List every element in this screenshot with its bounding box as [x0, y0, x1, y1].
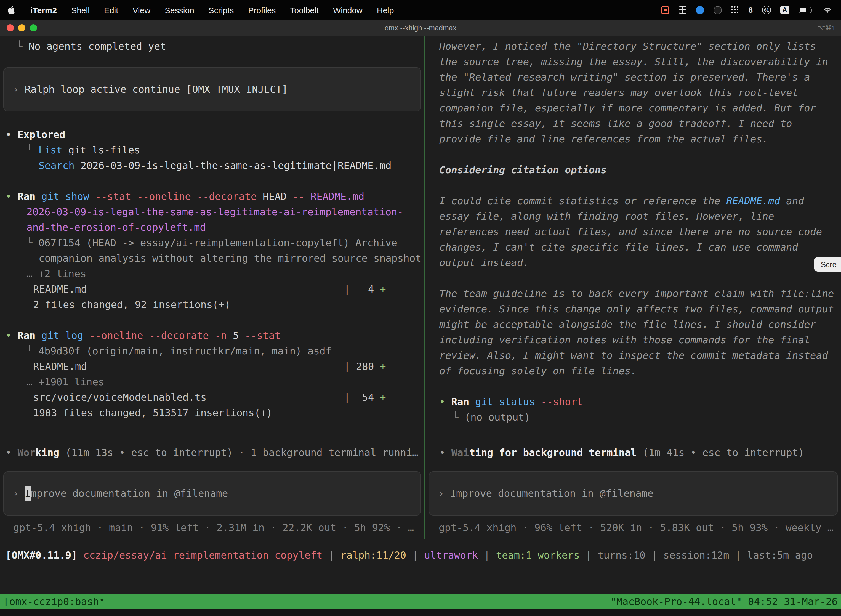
explored-header-line: • Explored	[0, 127, 424, 142]
ralph-inject-banner: › Ralph loop active continue [OMX_TMUX_I…	[3, 67, 421, 111]
thinking-line: changes, I can't cite specific file line…	[425, 239, 841, 255]
dots-grid-icon[interactable]	[731, 6, 739, 14]
screen-share-edge-button[interactable]: Scre	[814, 257, 841, 271]
tmux-session-window: [omx-cczip0:bash*	[3, 594, 105, 609]
window-title: omx --xhigh --madmax	[385, 24, 456, 32]
git-show-filename-line1: 2026-03-09-is-legal-the-same-as-legitima…	[0, 204, 424, 220]
thinking-line: However, I noticed the "Directory Struct…	[425, 39, 841, 54]
thinking-line: I could cite commit statistics or refere…	[425, 193, 841, 209]
tmux-status-bar: [omx-cczip0:bash* "MacBook-Pro-44.local"…	[0, 594, 841, 609]
omx-last-activity: last:5m ago	[747, 549, 813, 561]
battery-percent-icon[interactable]: 61	[762, 6, 771, 14]
right-pane: However, I noticed the "Directory Struct…	[425, 37, 841, 539]
menu-item-window[interactable]: Window	[333, 5, 363, 15]
bullet: •	[6, 191, 18, 202]
left-pane-footer: • Working (11m 13s • esc to interrupt) ·…	[0, 445, 424, 535]
battery-fill	[800, 8, 806, 12]
separator: |	[580, 549, 598, 561]
menu-item-session[interactable]: Session	[165, 5, 194, 15]
bullet: •	[6, 330, 18, 341]
explored-search-line: Search 2026-03-09-is-legal-the-same-as-l…	[0, 158, 424, 173]
thinking-line: references need actual files, and since …	[425, 224, 841, 239]
apple-menu-icon[interactable]	[8, 5, 16, 15]
window-shortcut-badge: ⌥⌘1	[818, 24, 835, 32]
menu-item-help[interactable]: Help	[377, 5, 394, 15]
separator: |	[322, 549, 340, 561]
agents-note-line: └ No agents completed yet	[0, 39, 424, 54]
git-log-stat-line1: README.md | 280 +	[0, 359, 424, 374]
thinking-line: this single essay, it seems like a good …	[425, 116, 841, 131]
menu-item-toolbelt[interactable]: Toolbelt	[290, 5, 319, 15]
thinking-line: The team guideline is to back every impo…	[425, 286, 841, 301]
thinking-line: slight risk that future readers may over…	[425, 85, 841, 100]
menu-bar-status-icons: 8 61 A	[661, 6, 832, 14]
menu-item-edit[interactable]: Edit	[104, 5, 119, 15]
blank-line	[0, 312, 424, 328]
bullet: •	[6, 129, 18, 140]
menu-item-view[interactable]: View	[133, 5, 151, 15]
blank-line	[425, 378, 841, 394]
omx-team-workers: team:1 workers	[496, 549, 579, 561]
display-grid-icon[interactable]	[679, 6, 687, 14]
separator: |	[645, 549, 663, 561]
separator: |	[406, 549, 424, 561]
menu-item-shell[interactable]: Shell	[71, 5, 90, 15]
prompt-chevron: ›	[13, 82, 25, 97]
bottom-strip	[0, 609, 841, 616]
menu-item-iterm2[interactable]: iTerm2	[30, 5, 57, 15]
thinking-line: evidence. Since this change only affects…	[425, 301, 841, 317]
thinking-line: output instead.	[425, 255, 841, 270]
git-show-more-lines: … +2 lines	[0, 266, 424, 282]
thinking-line: might be acceptable alongside the file l…	[425, 317, 841, 332]
thinking-line: companion file, especially if more comme…	[425, 100, 841, 116]
keypad-icon[interactable]: 8	[748, 6, 753, 14]
separator: |	[478, 549, 496, 561]
git-show-stat-summary: 2 files changed, 92 insertions(+)	[0, 297, 424, 312]
working-status-line: • Working (11m 13s • esc to interrupt) ·…	[0, 445, 424, 461]
right-pane-footer: • Waiting for background terminal (1m 41…	[425, 445, 841, 535]
omx-ralph-counter: ralph:11/20	[340, 549, 406, 561]
ran-git-status-line: • Ran git status --short	[425, 394, 841, 409]
blank-line	[425, 270, 841, 286]
omx-turns: turns:10	[598, 549, 645, 561]
right-model-status-line: gpt-5.4 xhigh · 96% left · 520K in · 5.8…	[425, 520, 841, 535]
waiting-status-line: • Waiting for background terminal (1m 41…	[425, 445, 841, 461]
git-show-filename-line2: and-the-erosion-of-copyleft.md	[0, 220, 424, 235]
prompt-chevron: ›	[13, 486, 25, 501]
thinking-line: the source tree, missing the essay. Stil…	[425, 54, 841, 70]
close-button[interactable]	[7, 24, 14, 31]
omx-version: [OMX#0.11.9]	[6, 549, 84, 561]
git-log-output-line: └ 4b9d30f (origin/main, instructkr/main,…	[0, 343, 424, 359]
omx-status-bar: [OMX#0.11.9] cczip/essay/ai-reimplementa…	[0, 539, 841, 594]
right-composer-input[interactable]: › Improve documentation in @filename	[429, 471, 838, 516]
screen: iTerm2 Shell Edit View Session Scripts P…	[0, 0, 841, 616]
ran-git-log-line: • Ran git log --oneline --decorate -n 5 …	[0, 328, 424, 343]
thinking-line: provide file and line references from th…	[425, 131, 841, 147]
wifi-icon[interactable]	[823, 6, 832, 13]
readme-link: README.md	[726, 195, 780, 207]
omx-mode: ultrawork	[424, 549, 478, 561]
battery-tip	[811, 9, 812, 11]
battery-icon[interactable]	[799, 7, 813, 13]
explored-list-line: └ List git ls-files	[0, 142, 424, 158]
git-log-more-lines: … +1901 lines	[0, 374, 424, 390]
menu-item-profiles[interactable]: Profiles	[248, 5, 276, 15]
dark-app-icon[interactable]	[714, 6, 722, 14]
menu-item-scripts[interactable]: Scripts	[209, 5, 234, 15]
bullet: •	[6, 447, 18, 458]
thinking-line: essay file, along with finding root file…	[425, 209, 841, 224]
thinking-line: the "Related research writing" section i…	[425, 70, 841, 85]
minimize-button[interactable]	[18, 24, 25, 31]
blue-app-icon[interactable]	[696, 6, 704, 14]
git-show-stat-line: README.md | 4 +	[0, 282, 424, 297]
input-source-icon[interactable]: A	[780, 6, 789, 14]
spinner-shimmer: Wor	[18, 447, 35, 458]
zoom-button[interactable]	[30, 24, 37, 31]
blank-line	[425, 178, 841, 193]
blank-line	[425, 147, 841, 162]
macos-menu-bar: iTerm2 Shell Edit View Session Scripts P…	[0, 0, 841, 20]
left-composer-input[interactable]: › Improve documentation in @filename	[3, 471, 421, 516]
prompt-chevron: ›	[438, 486, 450, 501]
screen-recording-icon[interactable]	[661, 6, 670, 14]
git-show-output-line1: └ 067f154 (HEAD -> essay/ai-reimplementa…	[0, 235, 424, 251]
